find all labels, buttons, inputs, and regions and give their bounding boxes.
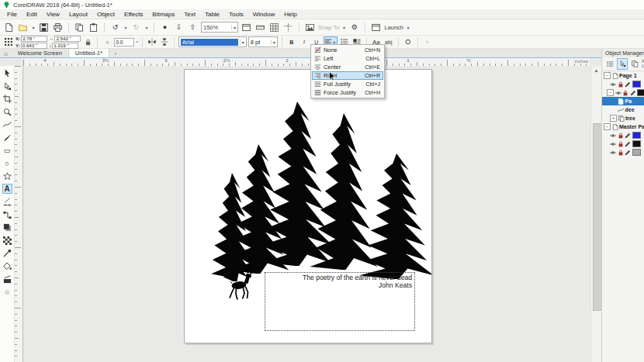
x-position-field[interactable]: 2.78 " bbox=[21, 36, 47, 42]
italic-button[interactable]: I bbox=[299, 37, 310, 47]
collapse-icon[interactable]: − bbox=[607, 89, 614, 96]
menu-layout[interactable]: Layout bbox=[64, 11, 92, 18]
search-content-icon[interactable]: ● bbox=[159, 22, 171, 33]
rotation-angle-field[interactable]: 0.0 bbox=[114, 38, 134, 47]
show-rulers-icon[interactable] bbox=[254, 22, 266, 33]
connector-tool[interactable] bbox=[2, 210, 12, 220]
layer-color-swatch[interactable] bbox=[632, 149, 641, 156]
redo-icon[interactable]: ↻ bbox=[130, 22, 142, 33]
open-dropdown-icon[interactable]: ▾ bbox=[31, 25, 36, 30]
tree-row-tree-group[interactable]: + tree bbox=[602, 114, 644, 122]
lock-icon[interactable] bbox=[618, 133, 624, 139]
redo-dropdown-icon[interactable]: ▾ bbox=[144, 25, 149, 30]
collapse-icon[interactable]: − bbox=[604, 123, 611, 130]
vertical-scrollbar[interactable]: ▲ bbox=[590, 66, 601, 362]
smart-fill-tool[interactable] bbox=[2, 274, 12, 284]
save-icon[interactable] bbox=[38, 22, 50, 33]
drawing-canvas[interactable]: The poetry of the earth is never dead Jo… bbox=[23, 66, 590, 362]
snap-to-button[interactable]: Snap To bbox=[318, 24, 339, 31]
object-height-field[interactable]: 1.019 " bbox=[52, 43, 78, 49]
tree-row-deer-curve[interactable]: dee bbox=[602, 105, 644, 114]
tab-welcome-screen[interactable]: Welcome Screen bbox=[12, 49, 69, 57]
zoom-dropdown-icon[interactable]: ▾ bbox=[231, 25, 236, 30]
tree-row-master-guides[interactable] bbox=[602, 131, 644, 140]
object-properties-icon[interactable] bbox=[617, 58, 628, 70]
print-icon[interactable] bbox=[52, 22, 64, 33]
new-tab-button[interactable]: + bbox=[109, 50, 122, 57]
menu-bitmaps[interactable]: Bitmaps bbox=[147, 11, 179, 18]
tab-untitled-1[interactable]: Untitled-1* bbox=[69, 49, 109, 57]
collapse-icon[interactable]: − bbox=[604, 72, 611, 79]
image-adjust-icon[interactable] bbox=[304, 22, 316, 33]
zoom-tool[interactable] bbox=[2, 107, 12, 117]
lock-icon[interactable] bbox=[622, 90, 628, 96]
undo-dropdown-icon[interactable]: ▾ bbox=[123, 25, 128, 30]
open-icon[interactable] bbox=[17, 22, 29, 33]
tree-row-master-desktop[interactable] bbox=[602, 140, 644, 148]
menu-tools[interactable]: Tools bbox=[224, 11, 248, 18]
object-width-field[interactable]: 2.542 " bbox=[54, 36, 81, 42]
import-icon[interactable]: ⇩ bbox=[173, 22, 185, 33]
font-size-combo[interactable]: 8 pt▾ bbox=[248, 36, 278, 47]
menu-effects[interactable]: Effects bbox=[119, 11, 147, 18]
menu-item-force-justify[interactable]: Force JustifyCtrl+H bbox=[312, 88, 383, 97]
mirror-horizontal-icon[interactable] bbox=[147, 37, 158, 47]
pick-tool[interactable] bbox=[2, 68, 12, 78]
vertical-ruler[interactable] bbox=[15, 66, 23, 362]
new-document-icon[interactable] bbox=[3, 22, 15, 33]
eye-icon[interactable] bbox=[610, 141, 616, 147]
lock-icon[interactable] bbox=[618, 81, 624, 88]
lock-icon[interactable] bbox=[618, 141, 624, 147]
layer-manager-view-icon[interactable] bbox=[604, 58, 615, 70]
options-gear-icon[interactable]: ⚙ bbox=[348, 22, 360, 33]
no-fill-button[interactable]: O bbox=[403, 37, 414, 47]
color-eyedropper-tool[interactable] bbox=[2, 248, 12, 258]
document-page[interactable]: The poetry of the earth is never dead Jo… bbox=[184, 69, 432, 343]
lock-ratio-icon[interactable] bbox=[82, 37, 93, 47]
expand-icon[interactable]: + bbox=[610, 115, 617, 122]
mirror-vertical-icon[interactable] bbox=[159, 37, 170, 47]
font-list-combo[interactable]: Arial▾ bbox=[178, 36, 247, 47]
show-grid-icon[interactable] bbox=[268, 22, 280, 33]
tree-row-layer1[interactable]: − bbox=[602, 88, 644, 97]
lock-icon[interactable] bbox=[618, 150, 624, 156]
eye-icon[interactable] bbox=[615, 90, 621, 96]
menu-window[interactable]: Window bbox=[248, 11, 279, 18]
y-position-field[interactable]: 0.643 " bbox=[21, 43, 47, 49]
menu-edit[interactable]: Edit bbox=[22, 11, 42, 18]
customize-toolbox-icon[interactable]: ⊕ bbox=[2, 287, 12, 297]
interactive-fill-tool[interactable] bbox=[2, 261, 12, 271]
text-tool[interactable]: A bbox=[2, 184, 12, 194]
tree-row-page1[interactable]: − Page 1 bbox=[602, 71, 644, 80]
ellipse-tool[interactable]: ○ bbox=[2, 158, 12, 168]
launch-button[interactable]: Launch bbox=[384, 24, 403, 31]
layer-color-swatch[interactable] bbox=[632, 132, 641, 139]
tree-row-guides-layer[interactable] bbox=[602, 80, 644, 88]
export-icon[interactable]: ⇧ bbox=[187, 22, 199, 33]
menu-item-full-justify[interactable]: Full JustifyCtrl+J bbox=[312, 80, 383, 88]
tree-row-document-grid[interactable] bbox=[602, 148, 644, 157]
bold-button[interactable]: B bbox=[286, 37, 297, 47]
pencil-icon[interactable] bbox=[630, 90, 636, 96]
menu-file[interactable]: File bbox=[2, 11, 22, 18]
eye-icon[interactable] bbox=[610, 133, 616, 139]
zoom-level-combo[interactable]: 150%▾ bbox=[201, 22, 238, 33]
copy-icon[interactable] bbox=[74, 22, 85, 33]
menu-view[interactable]: View bbox=[42, 11, 64, 18]
layer-color-swatch[interactable] bbox=[632, 81, 641, 88]
artistic-media-tool[interactable] bbox=[2, 133, 12, 143]
menu-item-none[interactable]: NoneCtrl+N bbox=[312, 46, 383, 54]
pencil-icon[interactable] bbox=[625, 141, 631, 147]
launch-window-icon[interactable] bbox=[370, 22, 382, 33]
pine-tree[interactable] bbox=[262, 102, 332, 266]
pencil-icon[interactable] bbox=[625, 81, 631, 88]
fullscreen-preview-icon[interactable] bbox=[241, 22, 252, 33]
launch-dropdown-icon[interactable]: ▾ bbox=[406, 25, 410, 30]
menu-table[interactable]: Table bbox=[200, 11, 224, 18]
pencil-icon[interactable] bbox=[625, 133, 631, 139]
undo-icon[interactable]: ↺ bbox=[109, 22, 121, 33]
layer-color-swatch[interactable] bbox=[637, 89, 644, 96]
menu-item-left[interactable]: LeftCtrl+L bbox=[312, 54, 383, 63]
layer-color-swatch[interactable] bbox=[632, 140, 641, 147]
paragraph-text-frame[interactable]: The poetry of the earth is never dead Jo… bbox=[265, 272, 415, 331]
